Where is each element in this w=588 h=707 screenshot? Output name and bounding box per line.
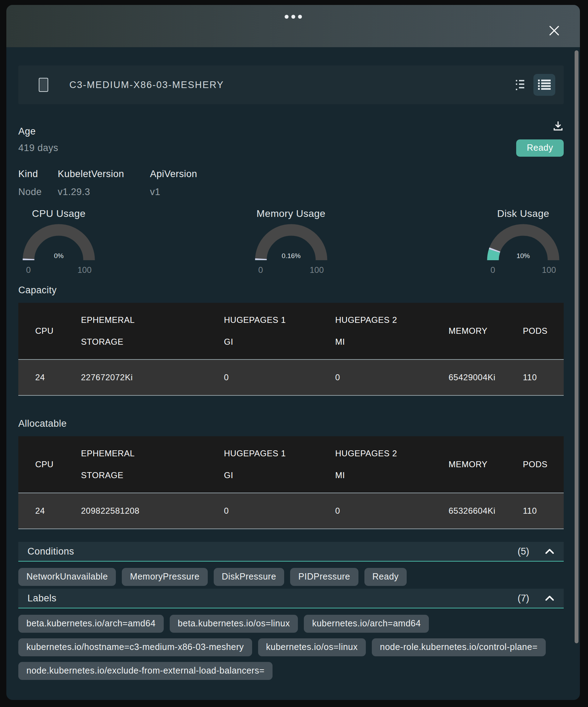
node-title: C3-MEDIUM-X86-03-MESHERY (69, 80, 224, 90)
age-status-row: Age 419 days Ready (18, 126, 564, 157)
column-header: PODS (523, 303, 564, 359)
allocatable-table: CPU EPHEMERAL STORAGE HUGEPAGES 1 GI HUG… (18, 436, 564, 529)
api-version-label: ApiVersion (150, 169, 197, 180)
allocatable-title: Allocatable (18, 418, 564, 429)
kubelet-version-value: v1.29.3 (58, 187, 150, 198)
svg-text:10%: 10% (517, 252, 530, 259)
details-view-button[interactable] (513, 77, 527, 93)
table-row: 24 227672072Ki 0 0 65429004Ki 110 (18, 359, 564, 395)
gauge-max-label: 100 (309, 265, 324, 275)
capacity-header-row: CPU EPHEMERAL STORAGE HUGEPAGES 1 GI HUG… (18, 303, 564, 359)
conditions-section: Conditions (5) NetworkUnavailable Memory… (18, 542, 564, 586)
modal-header (6, 5, 580, 47)
label-chip: kubernetes.io/hostname=c3-medium-x86-03-… (18, 638, 252, 656)
label-chip: kubernetes.io/os=linux (258, 638, 366, 656)
labels-title: Labels (27, 593, 518, 604)
gauge-max-label: 100 (77, 265, 92, 275)
table-cell: 0 (335, 493, 449, 529)
status-badge: Ready (516, 139, 564, 157)
column-header: HUGEPAGES 1 GI (224, 303, 335, 359)
kind-value: Node (18, 187, 58, 198)
vertical-scrollbar[interactable] (575, 50, 578, 643)
condition-chip: PIDPressure (290, 568, 358, 586)
allocatable-header-row: CPU EPHEMERAL STORAGE HUGEPAGES 1 GI HUG… (18, 436, 564, 493)
age-label: Age (18, 126, 58, 137)
column-header: MEMORY (449, 436, 523, 493)
disk-usage-arc: 10% (484, 222, 562, 264)
capacity-title: Capacity (18, 285, 564, 296)
labels-section: Labels (7) beta.kubernetes.io/arch=amd64… (18, 589, 564, 680)
table-cell: 227672072Ki (81, 359, 224, 395)
list-view-icon (538, 79, 551, 90)
download-icon[interactable] (552, 120, 564, 132)
table-cell: 24 (18, 493, 81, 529)
column-header: HUGEPAGES 1 GI (224, 436, 335, 493)
chevron-up-icon (545, 548, 555, 555)
table-cell: 209822581208 (81, 493, 224, 529)
labels-chips: beta.kubernetes.io/arch=amd64 beta.kuber… (18, 615, 564, 680)
memory-usage-gauge: Memory Usage 0.16% 0 100 (251, 208, 332, 275)
table-cell: 0 (224, 493, 335, 529)
column-header: EPHEMERAL STORAGE (81, 303, 224, 359)
label-chip: node.kubernetes.io/exclude-from-external… (18, 662, 273, 680)
kubelet-version-label: KubeletVersion (58, 169, 150, 180)
conditions-count: (5) (518, 546, 529, 557)
labels-accordion-header[interactable]: Labels (7) (18, 589, 564, 608)
table-cell: 110 (523, 493, 564, 529)
cpu-usage-gauge: CPU Usage 0% 0 100 (18, 208, 99, 275)
gauge-min-label: 0 (26, 265, 31, 275)
column-header: HUGEPAGES 2 MI (335, 303, 449, 359)
svg-text:0.16%: 0.16% (282, 252, 301, 259)
condition-chip: DiskPressure (214, 568, 284, 586)
table-cell: 65326604Ki (449, 493, 523, 529)
table-cell: 0 (335, 359, 449, 395)
column-header: MEMORY (449, 303, 523, 359)
close-icon[interactable] (548, 25, 560, 37)
table-cell: 24 (18, 359, 81, 395)
table-cell: 0 (224, 359, 335, 395)
column-header: CPU (18, 303, 81, 359)
condition-chip: MemoryPressure (122, 568, 207, 586)
node-details-modal: C3-MEDIUM-X86-03-MESHERY A (6, 5, 580, 700)
gauge-max-label: 100 (542, 265, 556, 275)
conditions-chips: NetworkUnavailable MemoryPressure DiskPr… (18, 568, 564, 586)
drag-handle-icon[interactable] (284, 15, 302, 19)
column-header: HUGEPAGES 2 MI (335, 436, 449, 493)
table-cell: 65429004Ki (449, 359, 523, 395)
label-chip: beta.kubernetes.io/os=linux (170, 615, 298, 633)
label-chip: kubernetes.io/arch=amd64 (304, 615, 429, 633)
disk-usage-title: Disk Usage (483, 208, 564, 219)
chevron-up-icon (545, 595, 555, 601)
memory-usage-arc: 0.16% (252, 222, 330, 264)
modal-body: C3-MEDIUM-X86-03-MESHERY A (6, 65, 580, 680)
metadata-fields: Kind Node KubeletVersion v1.29.3 ApiVers… (18, 169, 564, 198)
condition-chip: NetworkUnavailable (18, 568, 116, 586)
svg-text:0%: 0% (54, 252, 64, 259)
cpu-usage-arc: 0% (20, 222, 98, 264)
table-row: 24 209822581208 0 0 65326604Ki 110 (18, 493, 564, 529)
disk-usage-gauge: Disk Usage 10% 0 100 (483, 208, 564, 275)
capacity-table: CPU EPHEMERAL STORAGE HUGEPAGES 1 GI HUG… (18, 303, 564, 396)
node-title-bar: C3-MEDIUM-X86-03-MESHERY (18, 65, 564, 104)
labels-count: (7) (518, 593, 529, 604)
list-view-button[interactable] (533, 74, 555, 96)
gauge-min-label: 0 (258, 265, 263, 275)
conditions-accordion-header[interactable]: Conditions (5) (18, 542, 564, 562)
conditions-title: Conditions (27, 546, 518, 557)
cpu-usage-title: CPU Usage (18, 208, 99, 219)
memory-usage-title: Memory Usage (251, 208, 332, 219)
api-version-value: v1 (150, 187, 197, 198)
column-header: PODS (523, 436, 564, 493)
label-chip: node-role.kubernetes.io/control-plane= (372, 638, 546, 656)
condition-chip: Ready (364, 568, 407, 586)
tree-view-icon (515, 79, 525, 91)
table-cell: 110 (523, 359, 564, 395)
kind-label: Kind (18, 169, 58, 180)
node-checkbox[interactable] (39, 78, 48, 92)
column-header: CPU (18, 436, 81, 493)
label-chip: beta.kubernetes.io/arch=amd64 (18, 615, 164, 633)
column-header: EPHEMERAL STORAGE (81, 436, 224, 493)
usage-gauges: CPU Usage 0% 0 100 Memory Usage (18, 208, 564, 275)
gauge-min-label: 0 (490, 265, 495, 275)
age-value: 419 days (18, 143, 58, 154)
